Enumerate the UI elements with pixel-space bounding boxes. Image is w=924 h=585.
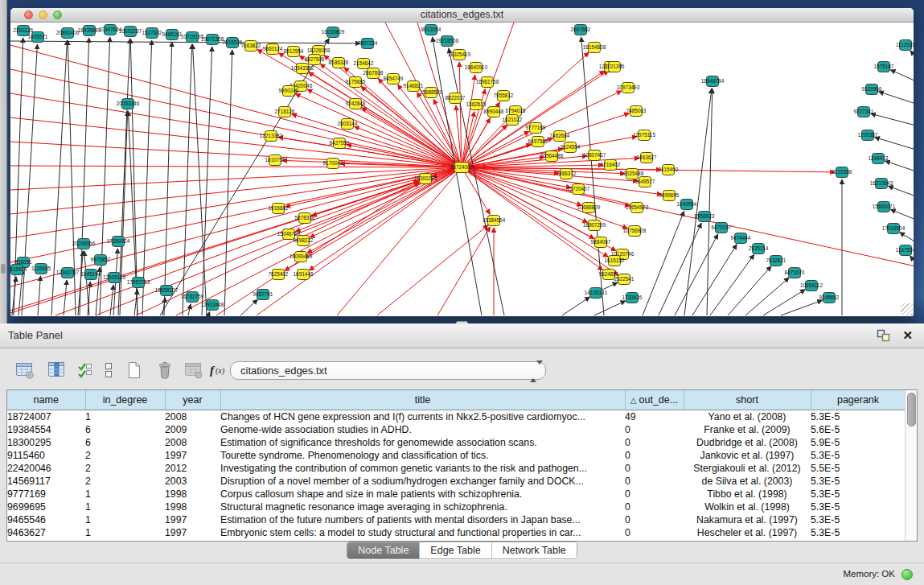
table-row[interactable]: 946362711997Embryonic stem cells: a mode… <box>7 526 906 539</box>
select-rows-checklist-button[interactable] <box>75 360 97 382</box>
table-row[interactable]: 911546021997Tourette syndrome. Phenomeno… <box>7 449 906 462</box>
table-cell[interactable]: 5.3E-5 <box>811 410 906 424</box>
table-row[interactable]: 1456911722003Disruption of a novel membe… <box>7 475 906 488</box>
network-node[interactable]: 7625402 <box>269 270 289 280</box>
network-node[interactable]: 12342757 <box>56 268 80 278</box>
table-cell[interactable]: Estimation of significance thresholds fo… <box>220 436 625 449</box>
table-cell[interactable]: de Silva et al. (2003) <box>684 475 811 488</box>
table-cell[interactable]: 5.6E-5 <box>811 423 906 436</box>
network-node[interactable]: 10756928 <box>623 226 647 237</box>
network-node[interactable]: 5878338 <box>295 213 315 224</box>
table-cell[interactable]: 19384554 <box>7 423 85 436</box>
network-node[interactable]: 1405571 <box>28 32 48 43</box>
network-node[interactable]: 16033809 <box>322 27 345 38</box>
resize-grip[interactable] <box>901 303 913 315</box>
table-cell[interactable]: 5.3E-5 <box>811 513 906 526</box>
table-cell[interactable]: Disruption of a novel member of a sodium… <box>220 475 625 488</box>
network-node[interactable]: 9457791 <box>253 290 273 300</box>
network-node[interactable]: 18325419 <box>448 50 471 60</box>
table-cell[interactable]: Yano et al. (2008) <box>684 410 811 424</box>
function-fx-button[interactable]: f (x) <box>207 360 230 382</box>
network-edge[interactable] <box>10 45 462 167</box>
network-node[interactable]: 1209387 <box>858 130 878 141</box>
network-edge[interactable] <box>224 50 232 315</box>
network-edge[interactable] <box>885 161 914 171</box>
network-node[interactable]: 14099489 <box>290 252 313 262</box>
table-cell[interactable]: 9465546 <box>7 513 85 526</box>
table-cell[interactable]: 18724007 <box>7 410 85 424</box>
network-node[interactable]: 1167534 <box>896 245 914 256</box>
network-edge[interactable] <box>216 183 419 315</box>
network-edge[interactable] <box>890 70 914 81</box>
network-node[interactable]: 8958923 <box>695 212 715 222</box>
table-cell[interactable]: 0 <box>625 501 684 513</box>
table-cell[interactable]: Hescheler et al. (1997) <box>684 526 811 539</box>
network-edge[interactable] <box>10 167 462 190</box>
network-edge[interactable] <box>240 299 257 315</box>
network-node[interactable]: 12505115 <box>103 273 125 283</box>
network-edge[interactable] <box>188 304 191 315</box>
network-node[interactable]: 9227341 <box>854 107 874 117</box>
table-cell[interactable]: 1 <box>85 501 165 513</box>
table-cell[interactable]: Investigating the contribution of common… <box>220 462 625 475</box>
network-node[interactable]: 2803144 <box>338 119 358 130</box>
table-cell[interactable]: 1998 <box>165 501 220 513</box>
network-node[interactable]: 12213383 <box>260 131 283 142</box>
network-edge[interactable] <box>202 47 212 315</box>
table-row[interactable]: 1872400712008Changes of HCN gene express… <box>7 410 906 424</box>
network-node[interactable]: 1810755 <box>265 155 285 166</box>
network-node[interactable]: 17016504 <box>882 224 906 234</box>
tab-edge-table[interactable]: Edge Table <box>419 542 491 558</box>
table-cell[interactable]: Structural magnetic resonance image aver… <box>220 501 625 513</box>
network-edge[interactable] <box>437 227 490 315</box>
column-header-out_de[interactable]: △out_de... <box>625 390 684 410</box>
table-cell[interactable]: 18300295 <box>7 436 85 449</box>
network-edge[interactable] <box>875 138 914 150</box>
table-row[interactable]: 969969511998Structural magnetic resonanc… <box>7 501 906 513</box>
network-node[interactable]: 9466161 <box>162 30 183 40</box>
network-node[interactable]: 1691448 <box>294 270 314 280</box>
network-node[interactable]: 2867608 <box>363 68 384 79</box>
network-edge[interactable] <box>22 44 37 315</box>
scrollbar-thumb[interactable] <box>907 393 916 426</box>
network-edge[interactable] <box>728 266 771 315</box>
table-cell[interactable]: Franke et al. (2009) <box>684 423 811 436</box>
network-node[interactable]: 8912954 <box>284 47 304 57</box>
table-cell[interactable]: 0 <box>625 488 684 501</box>
table-row[interactable]: 2242004622012Investigating the contribut… <box>7 462 906 475</box>
network-node[interactable]: 8822037 <box>446 93 466 104</box>
table-cell[interactable]: 2012 <box>165 462 220 475</box>
table-cell[interactable]: 2009 <box>165 423 220 436</box>
network-node[interactable]: 18807299 <box>583 220 606 231</box>
network-edge[interactable] <box>890 209 914 220</box>
network-node[interactable]: 9175685 <box>346 77 366 88</box>
table-cell[interactable]: Stergiakouli et al. (2012) <box>684 462 811 475</box>
table-cell[interactable]: 1997 <box>165 513 220 526</box>
network-node[interactable]: 1112028 <box>896 40 914 51</box>
network-node[interactable]: 9498222 <box>294 236 314 246</box>
network-edge[interactable] <box>55 181 419 315</box>
network-node[interactable]: 7886372 <box>556 169 577 179</box>
network-edge[interactable] <box>449 48 504 315</box>
network-node[interactable]: 10653287 <box>119 27 142 37</box>
column-header-in_degree[interactable]: in_degree <box>85 390 165 410</box>
network-edge[interactable] <box>84 251 89 315</box>
table-cell[interactable]: 5.9E-5 <box>811 436 906 449</box>
network-node[interactable]: 1527602 <box>142 28 162 39</box>
table-cell[interactable]: Wolkin et al. (1998) <box>684 501 811 513</box>
table-cell[interactable]: 5.3E-5 <box>811 488 906 501</box>
network-node[interactable]: 1545194 <box>81 270 101 280</box>
column-header-pagerank[interactable]: pagerank <box>811 390 906 410</box>
tab-node-table[interactable]: Node Table <box>347 542 419 558</box>
network-node[interactable]: 9975857 <box>91 255 111 266</box>
table-cell[interactable]: 9463627 <box>7 526 85 539</box>
network-node[interactable]: 16154808 <box>583 43 606 53</box>
table-cell[interactable]: 2003 <box>165 475 220 488</box>
control-panel-collapse-handle[interactable] <box>1 264 6 274</box>
table-cell[interactable]: 6 <box>85 423 165 436</box>
network-node[interactable]: 19671358 <box>201 35 224 45</box>
network-node[interactable]: 16961758 <box>476 77 499 88</box>
network-node[interactable]: 17957253 <box>127 278 150 288</box>
network-node[interactable]: 8215358 <box>832 167 852 178</box>
network-node[interactable]: 19654923 <box>626 203 649 213</box>
